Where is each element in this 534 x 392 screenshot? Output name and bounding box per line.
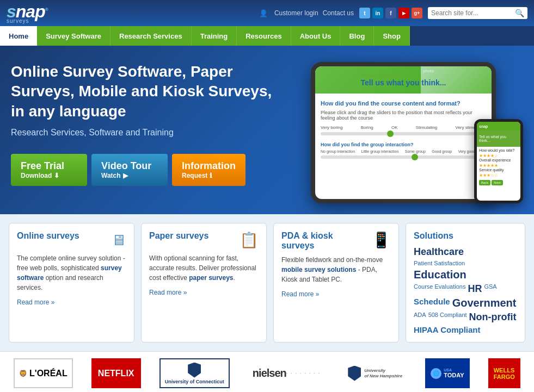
feature-pda-surveys: PDA & kiosk surveys 📱 Flexible fieldwork…	[273, 223, 399, 343]
tablet-screen: photo Algood Training Tell us what you t…	[315, 66, 492, 199]
nav-about-us[interactable]: About Us	[291, 26, 341, 46]
logo-area: snap® surveys	[7, 3, 48, 24]
hero-subtitle: Research Services, Software and Training	[11, 128, 273, 138]
tag-course[interactable]: Course Evaluations	[414, 283, 465, 295]
nav-research-services[interactable]: Research Services	[111, 26, 192, 46]
nielsen-logo[interactable]: nielsen · · · · · · · ·	[248, 358, 325, 388]
phone-content: How would you rate? ★★★★☆ Overall experi…	[477, 147, 520, 187]
nav-home[interactable]: Home	[0, 26, 37, 46]
info-icon: ℹ	[210, 172, 212, 179]
main-nav: Home Survey Software Research Services T…	[0, 26, 534, 46]
wellsfargo-logo[interactable]: WELLSFARGO	[488, 358, 520, 388]
uconn-logo[interactable]: University of Connecticut	[159, 358, 230, 388]
tag-508[interactable]: 508 Compliant	[428, 312, 467, 323]
feature-paper-text: With optional scanning for fast, accurat…	[149, 253, 259, 283]
customer-login-link[interactable]: Customer login	[274, 9, 318, 17]
hero-section: Online Survey Software, Paper Surveys, M…	[0, 46, 534, 214]
tag-gsa[interactable]: GSA	[484, 283, 496, 295]
free-trial-main-label: Free Trial	[21, 160, 64, 172]
logo-tagline: surveys	[7, 18, 48, 24]
phone-next-btn[interactable]: Next	[492, 180, 502, 185]
uconn-shield-icon	[188, 363, 201, 378]
monitor-icon: 🖥	[111, 231, 126, 249]
tag-government[interactable]: Government	[452, 297, 517, 309]
facebook-icon[interactable]: f	[385, 8, 396, 18]
feature-pda-text: Flexible fieldwork and on-the-move mobil…	[281, 255, 391, 284]
search-button[interactable]: 🔍	[515, 9, 524, 17]
phone-back-btn[interactable]: Back	[479, 180, 490, 185]
linkedin-icon[interactable]: in	[372, 8, 383, 18]
online-read-more-link[interactable]: Read more »	[17, 298, 54, 306]
video-tour-main-label: Video Tour	[101, 160, 151, 172]
nav-survey-software[interactable]: Survey Software	[37, 26, 111, 46]
googleplus-icon[interactable]: g+	[412, 8, 422, 18]
netflix-logo[interactable]: NETFLIX	[91, 358, 141, 388]
youtube-icon[interactable]: ▶	[398, 8, 409, 18]
nav-shop[interactable]: Shop	[374, 26, 410, 46]
information-button[interactable]: Information Request ℹ	[172, 154, 245, 186]
search-input[interactable]	[431, 9, 513, 17]
unh-text: University of New Hampshire	[364, 368, 402, 378]
feature-online-surveys: Online surveys 🖥 The complete online sur…	[9, 223, 134, 343]
tablet-content: How did you find the course content and …	[315, 97, 492, 169]
hero-buttons: Free Trial Download ⬇ Video Tour Watch ▶…	[11, 154, 273, 186]
phone-header: snap	[477, 122, 520, 130]
tablet-tagline-text: Tell us what you think...	[361, 78, 446, 87]
free-trial-sub-label: Download ⬇	[21, 172, 59, 179]
unh-logo[interactable]: University of New Hampshire	[343, 358, 407, 388]
solutions-card: Solutions Healthcare Patient Satisfactio…	[406, 223, 525, 343]
tag-hr[interactable]: HR	[468, 283, 482, 295]
phone-buttons: Back Next	[479, 180, 518, 185]
hero-title: Online Survey Software, Paper Surveys, M…	[11, 62, 273, 121]
tablet-mockup: photo Algood Training Tell us what you t…	[311, 62, 496, 203]
usatoday-logo[interactable]: 🌐 USA TODAY	[425, 358, 469, 388]
phone-stars: ★★★★☆	[479, 153, 518, 158]
solutions-tags: Healthcare Patient Satisfaction Educatio…	[414, 246, 517, 334]
top-right-area: 👤 Customer login Contact us t in f ▶ g+ …	[259, 7, 527, 19]
contact-us-link[interactable]: Contact us	[323, 9, 354, 17]
tag-hipaa[interactable]: HIPAA Compliant	[414, 325, 481, 334]
video-tour-button[interactable]: Video Tour Watch ▶	[91, 154, 168, 186]
hero-right: photo Algood Training Tell us what you t…	[284, 62, 523, 203]
topbar: snap® surveys 👤 Customer login Contact u…	[0, 0, 534, 26]
unh-shield-icon	[348, 366, 361, 381]
tag-ada[interactable]: ADA	[414, 312, 426, 323]
twitter-icon[interactable]: t	[359, 8, 370, 18]
nav-training[interactable]: Training	[192, 26, 237, 46]
person-icon: 👤	[259, 9, 268, 17]
tablet-question: How did you find the course content and …	[321, 100, 486, 107]
feature-pda-header: PDA & kiosk surveys 📱	[281, 231, 391, 251]
tablet-header-image: photo Algood Training Tell us what you t…	[315, 66, 492, 94]
phone-stars3: ★★★☆☆	[479, 173, 518, 178]
feature-online-header: Online surveys 🖥	[17, 231, 126, 249]
tablet-slider[interactable]	[321, 132, 486, 135]
mobile-icon: 📱	[372, 231, 391, 249]
usatoday-text: USA TODAY	[444, 368, 464, 378]
tag-healthcare[interactable]: Healthcare	[414, 246, 464, 258]
nav-blog[interactable]: Blog	[340, 26, 374, 46]
clipboard-icon: 📋	[240, 231, 259, 249]
phone-question: How would you rate?	[479, 148, 518, 152]
tablet-slider-thumb	[387, 130, 394, 137]
hero-left: Online Survey Software, Paper Surveys, M…	[11, 62, 284, 203]
tag-education[interactable]: Education	[414, 269, 467, 281]
pda-read-more-link[interactable]: Read more »	[281, 290, 319, 298]
search-bar: 🔍	[428, 7, 527, 19]
play-icon: ▶	[123, 172, 128, 179]
tablet-company-name: Algood Training	[361, 73, 446, 78]
tag-nonprofit[interactable]: Non-profit	[469, 312, 517, 323]
loreal-logo[interactable]: 🦁 L'ORÉAL	[14, 358, 73, 388]
paper-read-more-link[interactable]: Read more »	[149, 289, 187, 296]
tablet-slider2-thumb	[412, 154, 418, 160]
phone-stars2: ★★★★★	[479, 163, 518, 168]
feature-online-text: The complete online survey solution - fr…	[17, 253, 126, 293]
nav-resources[interactable]: Resources	[237, 26, 291, 46]
download-icon: ⬇	[54, 172, 59, 179]
tag-schedule[interactable]: Schedule	[414, 297, 450, 309]
video-tour-sub-label: Watch ▶	[101, 172, 128, 179]
feature-paper-header: Paper surveys 📋	[149, 231, 259, 249]
free-trial-button[interactable]: Free Trial Download ⬇	[11, 154, 87, 186]
tag-patient[interactable]: Patient Satisfaction	[414, 260, 465, 266]
features-section: Online surveys 🖥 The complete online sur…	[0, 214, 534, 351]
tablet-slider2[interactable]	[321, 155, 486, 159]
